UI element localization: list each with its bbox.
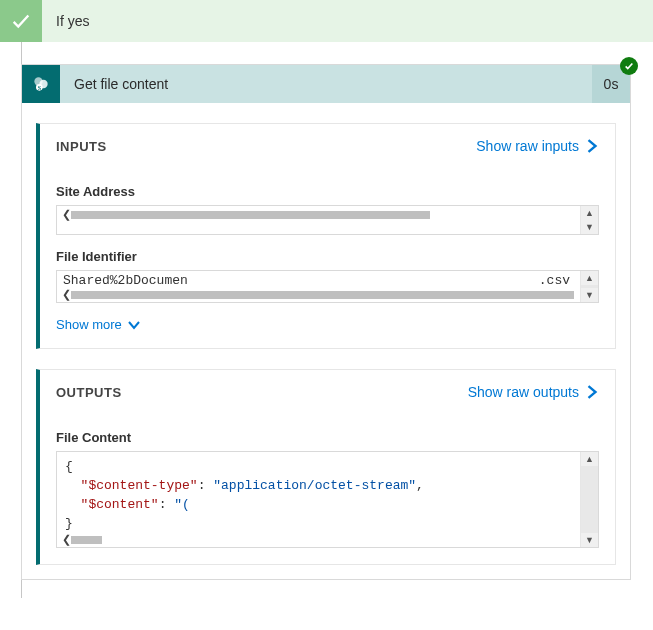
checkmark-icon	[0, 0, 42, 42]
site-address-hscrollbar[interactable]: ❮ ❯	[57, 208, 598, 222]
inputs-title: INPUTS	[56, 139, 476, 154]
action-header[interactable]: S Get file content 0s	[22, 65, 630, 103]
chevron-down-icon	[128, 319, 140, 331]
show-raw-outputs-button[interactable]: Show raw outputs	[468, 384, 599, 400]
file-content-value-box: { "$content-type": "application/octet-st…	[56, 451, 599, 548]
connector-line	[21, 42, 22, 64]
show-raw-outputs-label: Show raw outputs	[468, 384, 579, 400]
file-identifier-value-box: Shared%2bDocumen .csv ❮ ❯ ▲ ▼	[56, 270, 599, 303]
file-identifier-suffix: .csv	[539, 273, 570, 288]
action-body: INPUTS Show raw inputs Site Address ❮ ❯	[22, 123, 630, 565]
site-address-value-box: ❮ ❯ ▲ ▼	[56, 205, 599, 235]
success-badge-icon	[620, 57, 638, 75]
file-content-hscrollbar[interactable]: ❮ ❯	[57, 533, 598, 547]
scroll-left-icon[interactable]: ❮	[61, 534, 71, 546]
scroll-down-icon[interactable]: ▼	[581, 220, 598, 234]
action-card: S Get file content 0s INPUTS Show raw in…	[21, 64, 631, 580]
inputs-section: INPUTS Show raw inputs Site Address ❮ ❯	[36, 123, 616, 349]
outputs-section: OUTPUTS Show raw outputs File Content { …	[36, 369, 616, 565]
inputs-header: INPUTS Show raw inputs	[40, 124, 615, 160]
scroll-down-icon[interactable]: ▼	[581, 533, 598, 547]
action-title: Get file content	[60, 76, 592, 92]
file-identifier-hscrollbar[interactable]: ❮ ❯	[57, 288, 598, 302]
scroll-up-icon[interactable]: ▲	[581, 452, 598, 466]
scroll-left-icon[interactable]: ❮	[61, 209, 71, 221]
svg-text:S: S	[38, 85, 41, 91]
file-identifier-label: File Identifier	[56, 249, 599, 264]
outputs-header: OUTPUTS Show raw outputs	[40, 370, 615, 406]
file-identifier-vscrollbar[interactable]: ▲ ▼	[580, 271, 598, 302]
file-identifier-value: Shared%2bDocumen	[63, 273, 188, 288]
condition-label: If yes	[42, 13, 89, 29]
show-more-button[interactable]: Show more	[56, 317, 599, 332]
show-more-label: Show more	[56, 317, 122, 332]
file-content-vscrollbar[interactable]: ▲ ▼	[580, 452, 598, 547]
scroll-up-icon[interactable]: ▲	[581, 206, 598, 220]
condition-branch-header[interactable]: If yes	[0, 0, 653, 42]
outputs-title: OUTPUTS	[56, 385, 468, 400]
file-content-json: { "$content-type": "application/octet-st…	[57, 452, 598, 533]
chevron-right-icon	[585, 139, 599, 153]
chevron-right-icon	[585, 385, 599, 399]
scroll-up-icon[interactable]: ▲	[581, 271, 598, 285]
connector-line	[21, 580, 22, 598]
scroll-left-icon[interactable]: ❮	[61, 289, 71, 301]
file-content-label: File Content	[56, 430, 599, 445]
scroll-down-icon[interactable]: ▼	[581, 288, 598, 302]
show-raw-inputs-button[interactable]: Show raw inputs	[476, 138, 599, 154]
site-address-label: Site Address	[56, 184, 599, 199]
site-address-vscrollbar[interactable]: ▲ ▼	[580, 206, 598, 234]
show-raw-inputs-label: Show raw inputs	[476, 138, 579, 154]
sharepoint-icon: S	[22, 65, 60, 103]
